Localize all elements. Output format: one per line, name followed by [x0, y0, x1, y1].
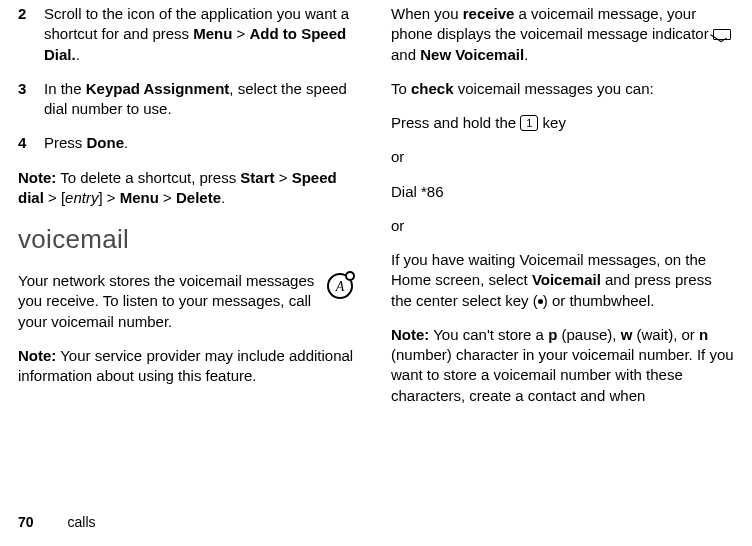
text: Press and hold the: [391, 114, 520, 131]
page-number: 70: [18, 514, 34, 530]
voicemail-intro: A Your network stores the voicemail mess…: [18, 271, 361, 332]
text: Your network stores the voicemail messag…: [18, 272, 314, 330]
text: To delete a shortcut, press: [56, 169, 240, 186]
page-footer: 70calls: [18, 513, 96, 532]
step-number: 3: [18, 79, 44, 120]
text: .: [124, 134, 128, 151]
network-feature-icon: A: [327, 273, 353, 299]
char-w: w: [621, 326, 633, 343]
page-content: 2 Scroll to the icon of the application …: [0, 0, 752, 420]
text: .: [76, 46, 80, 63]
voicemail-indicator-icon: [713, 29, 731, 40]
text: To: [391, 80, 411, 97]
menu-label: Menu: [120, 189, 159, 206]
text: (number) character in your voicemail num…: [391, 346, 734, 404]
char-p: p: [548, 326, 557, 343]
done-label: Done: [87, 134, 125, 151]
delete-label: Delete: [176, 189, 221, 206]
dial-86-line: Dial *86: [391, 182, 734, 202]
section-name: calls: [68, 514, 96, 530]
note-store-paragraph: Note: You can't store a p (pause), w (wa…: [391, 325, 734, 406]
key-1-icon: 1: [520, 115, 538, 131]
sep: >: [232, 25, 249, 42]
left-column: 2 Scroll to the icon of the application …: [18, 4, 361, 420]
step-3: 3 In the Keypad Assignment, select the s…: [18, 79, 361, 120]
voicemail-label: Voicemail: [532, 271, 601, 288]
receive-word: receive: [463, 5, 515, 22]
or-separator: or: [391, 147, 734, 167]
text: When you: [391, 5, 463, 22]
check-word: check: [411, 80, 454, 97]
text: .: [524, 46, 528, 63]
icon-letter: A: [329, 278, 351, 297]
step-4: 4 Press Done.: [18, 133, 361, 153]
home-screen-paragraph: If you have waiting Voicemail messages, …: [391, 250, 734, 311]
section-heading-voicemail: voicemail: [18, 222, 361, 257]
start-label: Start: [240, 169, 274, 186]
text: (pause),: [557, 326, 620, 343]
press-hold-line: Press and hold the 1 key: [391, 113, 734, 133]
step-number: 2: [18, 4, 44, 65]
text: key: [538, 114, 566, 131]
or-separator: or: [391, 216, 734, 236]
step-body: In the Keypad Assignment, select the spe…: [44, 79, 361, 120]
text: .: [221, 189, 225, 206]
menu-label: Menu: [193, 25, 232, 42]
right-column: When you receive a voicemail message, yo…: [391, 4, 734, 420]
keypad-label: Keypad Assignment: [86, 80, 230, 97]
note-label: Note:: [391, 326, 429, 343]
receive-paragraph: When you receive a voicemail message, yo…: [391, 4, 734, 65]
text: You can't store a: [429, 326, 548, 343]
text: Your service provider may include additi…: [18, 347, 353, 384]
sep: >: [275, 169, 292, 186]
char-n: n: [699, 326, 708, 343]
text: In the: [44, 80, 86, 97]
new-voicemail-label: New Voicemail: [420, 46, 524, 63]
text: voicemail messages you can:: [454, 80, 654, 97]
sep: > [: [44, 189, 65, 206]
text: (wait), or: [632, 326, 699, 343]
entry-placeholder: entry: [65, 189, 98, 206]
step-body: Press Done.: [44, 133, 361, 153]
note-label: Note:: [18, 169, 56, 186]
note-delete: Note: To delete a shortcut, press Start …: [18, 168, 361, 209]
step-number: 4: [18, 133, 44, 153]
step-2: 2 Scroll to the icon of the application …: [18, 4, 361, 65]
note-provider: Note: Your service provider may include …: [18, 346, 361, 387]
sep: ] >: [98, 189, 119, 206]
text: ) or thumbwheel.: [543, 292, 655, 309]
text: and: [391, 46, 420, 63]
text: Press: [44, 134, 87, 151]
note-label: Note:: [18, 347, 56, 364]
step-body: Scroll to the icon of the application yo…: [44, 4, 361, 65]
check-paragraph: To check voicemail messages you can:: [391, 79, 734, 99]
sep: >: [159, 189, 176, 206]
